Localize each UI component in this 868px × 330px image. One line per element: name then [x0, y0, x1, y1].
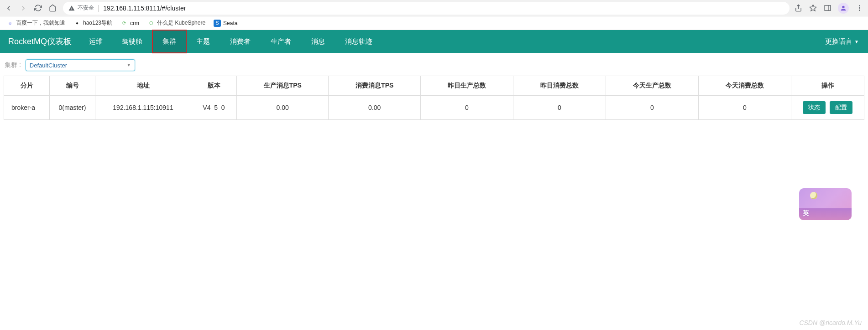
share-icon[interactable]: [794, 4, 802, 12]
bookmark-label: hao123导航: [83, 19, 112, 27]
svg-rect-1: [825, 5, 831, 10]
cluster-selected: DefaultCluster: [30, 62, 67, 69]
cluster-table: 分片 编号 地址 版本 生产消息TPS 消费消息TPS 昨日生产总数 昨日消费总…: [4, 76, 864, 120]
svg-marker-0: [810, 5, 816, 10]
nav-topic[interactable]: 主题: [186, 30, 220, 53]
cluster-table-wrap: 分片 编号 地址 版本 生产消息TPS 消费消息TPS 昨日生产总数 昨日消费总…: [0, 76, 868, 120]
col-ycons: 昨日消费总数: [513, 76, 606, 96]
cell-yprod: 0: [420, 96, 513, 120]
back-icon[interactable]: [5, 4, 13, 12]
col-id: 编号: [50, 76, 95, 96]
security-label: 不安全: [78, 4, 94, 12]
home-icon[interactable]: [48, 4, 57, 12]
bookmark-bar: ☼百度一下，我就知道 ●hao123导航 ⟳crm ⬡什么是 KubeSpher…: [0, 16, 868, 30]
svg-point-3: [842, 5, 844, 8]
url-text: 192.168.1.115:8111/#/cluster: [103, 5, 186, 12]
reload-icon[interactable]: [34, 4, 42, 12]
moon-icon: [810, 192, 817, 199]
table-row: broker-a 0(master) 192.168.1.115:10911 V…: [4, 96, 864, 120]
cell-prod-tps: 0.00: [237, 96, 329, 120]
bookmark-icon: S: [214, 20, 221, 27]
security-indicator: 不安全: [68, 4, 94, 12]
bookmark-label: 什么是 KubeSphere: [157, 19, 205, 27]
nav-cluster[interactable]: 集群: [152, 30, 186, 53]
language-switch[interactable]: 更换语言 ▼: [816, 37, 868, 46]
status-button[interactable]: 状态: [803, 101, 826, 114]
bookmark-label: crm: [130, 20, 139, 26]
bookmark-hao123[interactable]: ●hao123导航: [73, 19, 112, 27]
svg-point-4: [859, 5, 860, 6]
bookmark-icon: ⟳: [120, 20, 128, 27]
address-bar[interactable]: 不安全 | 192.168.1.115:8111/#/cluster: [63, 2, 790, 15]
app-navbar: RocketMQ仪表板 运维 驾驶舱 集群 主题 消费者 生产者 消息 消息轨迹…: [0, 30, 868, 53]
cell-cons-tps: 0.00: [329, 96, 420, 120]
config-button[interactable]: 配置: [830, 101, 852, 114]
nav-message[interactable]: 消息: [301, 30, 335, 53]
forward-icon: [19, 4, 27, 12]
cell-tprod: 0: [606, 96, 698, 120]
col-tcons: 今天消费总数: [698, 76, 791, 96]
bookmark-icon: ⬡: [147, 20, 155, 27]
col-tprod: 今天生产总数: [606, 76, 698, 96]
bookmark-seata[interactable]: SSeata: [214, 20, 237, 27]
col-cons-tps: 消费消息TPS: [329, 76, 420, 96]
col-addr: 地址: [95, 76, 191, 96]
panel-icon[interactable]: [823, 4, 831, 12]
cell-shard: broker-a: [4, 96, 50, 120]
nav-dashboard[interactable]: 驾驶舱: [112, 30, 152, 53]
bookmark-kubesphere[interactable]: ⬡什么是 KubeSphere: [147, 19, 205, 27]
cell-ops: 状态 配置: [791, 96, 864, 120]
nav-trace[interactable]: 消息轨迹: [335, 30, 382, 53]
bookmark-crm[interactable]: ⟳crm: [120, 20, 139, 27]
bookmark-label: 百度一下，我就知道: [16, 19, 65, 27]
table-header-row: 分片 编号 地址 版本 生产消息TPS 消费消息TPS 昨日生产总数 昨日消费总…: [4, 76, 864, 96]
star-icon[interactable]: [809, 4, 817, 12]
cluster-select[interactable]: DefaultCluster: [26, 59, 135, 71]
nav-ops[interactable]: 运维: [80, 30, 112, 53]
filter-label: 集群 :: [5, 61, 21, 69]
svg-point-5: [859, 7, 860, 9]
browser-toolbar: 不安全 | 192.168.1.115:8111/#/cluster: [0, 0, 868, 16]
bookmark-icon: ☼: [6, 20, 14, 27]
col-prod-tps: 生产消息TPS: [237, 76, 329, 96]
watermark: CSDN @ricardo.M.Yu: [799, 319, 862, 326]
chevron-down-icon: ▼: [854, 39, 859, 44]
cell-addr: 192.168.1.115:10911: [95, 96, 191, 120]
floating-avatar[interactable]: 英: [799, 188, 852, 220]
brand-title: RocketMQ仪表板: [0, 36, 80, 47]
nav-consumer[interactable]: 消费者: [220, 30, 261, 53]
bookmark-icon: ●: [73, 20, 81, 27]
bookmark-baidu[interactable]: ☼百度一下，我就知道: [6, 19, 65, 27]
col-yprod: 昨日生产总数: [420, 76, 513, 96]
bookmark-label: Seata: [223, 20, 237, 26]
cell-tcons: 0: [698, 96, 791, 120]
cell-id: 0(master): [50, 96, 95, 120]
col-version: 版本: [191, 76, 237, 96]
nav-producer[interactable]: 生产者: [261, 30, 301, 53]
language-label: 更换语言: [825, 37, 852, 46]
float-glyph: 英: [803, 209, 809, 217]
profile-icon[interactable]: [838, 3, 849, 14]
menu-icon[interactable]: [855, 4, 863, 12]
col-ops: 操作: [791, 76, 864, 96]
filter-row: 集群 : DefaultCluster: [0, 53, 868, 76]
cell-ycons: 0: [513, 96, 606, 120]
cell-version: V4_5_0: [191, 96, 237, 120]
col-shard: 分片: [4, 76, 50, 96]
nav-links: 运维 驾驶舱 集群 主题 消费者 生产者 消息 消息轨迹: [80, 30, 382, 53]
svg-point-6: [859, 10, 860, 11]
address-separator: |: [98, 4, 99, 12]
